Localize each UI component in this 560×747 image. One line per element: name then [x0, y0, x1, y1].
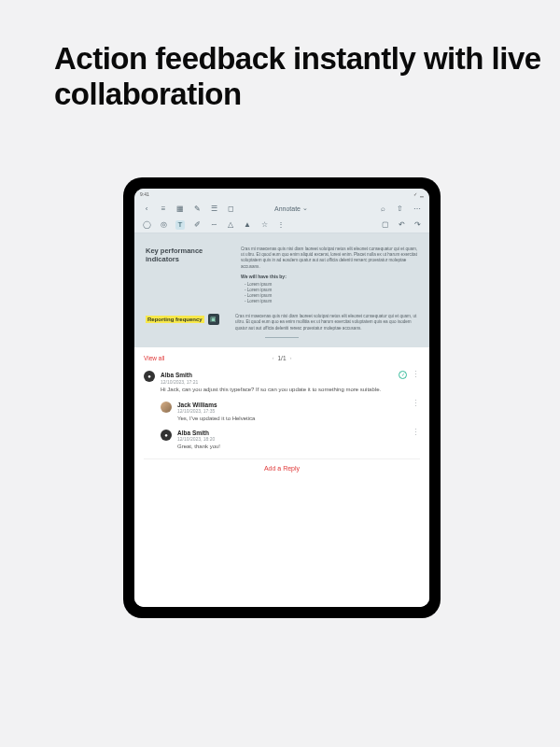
marker-icon[interactable]: ◎	[159, 220, 168, 230]
share-icon[interactable]: ⇧	[396, 204, 405, 213]
freehand-icon[interactable]: ∼	[209, 220, 218, 230]
avatar: ●	[144, 371, 155, 382]
comment-indicator-icon[interactable]: ▣	[208, 314, 219, 325]
paragraph-text: Cras mi maecenas quis nisi diam laoreet …	[241, 247, 417, 269]
comment-item: ● Alba Smith ⋮ 12/10/2023, 18:20 Great, …	[161, 426, 420, 455]
comments-panel: View all ‹ 1/1 › ● Alba Smith ✓ ⋮	[134, 347, 429, 607]
resolve-icon[interactable]: ✓	[399, 371, 407, 379]
status-indicators: ✓ ▁	[413, 191, 424, 197]
text-tool-icon[interactable]: T	[175, 220, 185, 230]
outline-icon[interactable]: ≡	[159, 204, 168, 213]
comment-text: Great, thank you!	[177, 444, 420, 451]
warning-icon[interactable]: △	[226, 220, 235, 230]
mode-dropdown[interactable]: Annotate ⌄	[274, 204, 308, 212]
wifi-icon: ✓	[413, 191, 417, 197]
paragraph-text: Cras mi maecenas quis nisi diam laoreet …	[235, 314, 418, 331]
triangle-icon[interactable]: ▲	[243, 220, 252, 230]
comment-author: Jack Williams	[177, 402, 217, 408]
back-icon[interactable]: ‹	[142, 204, 151, 213]
comment-more-icon[interactable]: ⋮	[412, 431, 420, 435]
comment-text: Yes, I've updated it to Helvetica	[177, 416, 420, 423]
annotation-toolbar: ◯ ◎ T ✐ ∼ △ ▲ ☆ ⋮ ▢ ↶ ↷	[134, 217, 429, 233]
bookmark-icon[interactable]: ◻	[226, 204, 235, 213]
comment-more-icon[interactable]: ⋮	[412, 402, 420, 406]
primary-toolbar: ‹ ≡ ▦ ✎ ☰ ◻ Annotate ⌄ ⌕ ⇧ ⋯	[134, 200, 429, 217]
redo-icon[interactable]: ↷	[413, 220, 422, 230]
view-all-link[interactable]: View all	[144, 355, 164, 361]
avatar	[161, 402, 172, 413]
add-reply-button[interactable]: Add a Reply	[144, 458, 420, 473]
next-comment-icon[interactable]: ›	[290, 355, 292, 360]
annotate-list-icon[interactable]: ☰	[209, 204, 218, 213]
screen: 9:41 ✓ ▁ ‹ ≡ ▦ ✎ ☰ ◻ Annotate ⌄ ⌕ ⇧ ⋯	[134, 189, 429, 607]
options-icon[interactable]: ⋮	[276, 220, 286, 230]
highlighter-icon[interactable]: ◯	[142, 220, 151, 230]
battery-icon: ▁	[420, 191, 424, 197]
mode-label: Annotate	[274, 205, 301, 212]
page-icon[interactable]: ▢	[381, 220, 390, 230]
comment-author: Alba Smith	[177, 430, 209, 436]
comment-pager: ‹ 1/1 ›	[272, 355, 291, 361]
highlighted-text[interactable]: Reporting frequency	[146, 316, 204, 323]
comment-more-icon[interactable]: ⋮	[412, 374, 420, 377]
status-bar: 9:41 ✓ ▁	[134, 189, 429, 200]
prev-comment-icon[interactable]: ‹	[272, 355, 273, 360]
search-icon[interactable]: ⌕	[379, 204, 388, 213]
comment-item: Jack Williams ⋮ 12/10/2023, 17:35 Yes, I…	[161, 398, 420, 427]
section-heading: Key performance indicators	[146, 247, 228, 304]
comment-date: 12/10/2023, 18:20	[177, 436, 420, 442]
status-time: 9:41	[140, 191, 149, 197]
more-icon[interactable]: ⋯	[413, 204, 422, 213]
edit-icon[interactable]: ✎	[192, 204, 202, 213]
comment-item: ● Alba Smith ✓ ⋮ 12/10/2023, 17:21 Hi Ja…	[144, 367, 420, 398]
bullet-item: - Lorem ipsum	[245, 299, 418, 304]
section-body: Cras mi maecenas quis nisi diam laoreet …	[241, 247, 418, 304]
comment-date: 12/10/2023, 17:35	[177, 408, 420, 414]
comment-date: 12/10/2023, 17:21	[161, 379, 420, 385]
star-icon[interactable]: ☆	[259, 220, 269, 230]
undo-icon[interactable]: ↶	[397, 220, 406, 230]
section-divider	[265, 337, 299, 338]
subheading: We will have this by:	[241, 274, 418, 280]
comment-author: Alba Smith	[161, 372, 192, 378]
comment-text: Hi Jack, can you adjust this typeface? I…	[161, 387, 420, 394]
tablet-device-frame: 9:41 ✓ ▁ ‹ ≡ ▦ ✎ ☰ ◻ Annotate ⌄ ⌕ ⇧ ⋯	[123, 177, 441, 618]
thumbnails-icon[interactable]: ▦	[175, 204, 185, 213]
pen-icon[interactable]: ✐	[192, 220, 202, 230]
marketing-headline: Action feedback instantly with live coll…	[54, 41, 560, 112]
document-viewport[interactable]: Key performance indicators Cras mi maece…	[134, 233, 429, 347]
avatar: ●	[161, 430, 172, 441]
pager-label: 1/1	[277, 355, 286, 361]
chevron-down-icon: ⌄	[302, 204, 308, 212]
